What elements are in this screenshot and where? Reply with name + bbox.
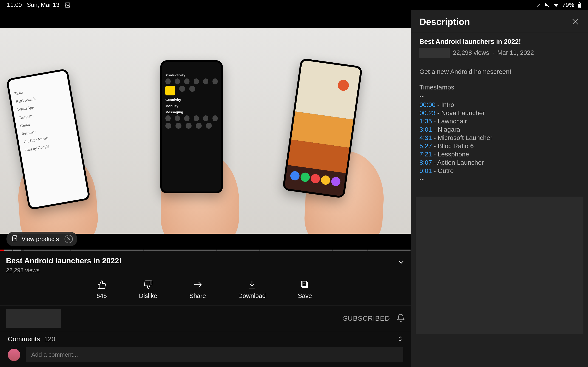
svg-rect-3 — [579, 2, 580, 3]
mute-icon — [544, 2, 550, 8]
description-tagline: Get a new Android homescreen! — [419, 68, 580, 75]
description-title: Description — [419, 17, 470, 27]
comments-header[interactable]: Comments 120 — [0, 331, 411, 345]
description-channel-redacted — [419, 48, 450, 58]
download-icon — [247, 280, 257, 289]
shopping-bag-icon — [11, 235, 18, 243]
timestamps-dashes-bottom: -- — [419, 175, 580, 183]
timestamp-row[interactable]: 3:01 - Niagara — [419, 126, 580, 133]
timestamp-row[interactable]: 7:21 - Lessphone — [419, 151, 580, 158]
dislike-label: Dislike — [139, 292, 157, 300]
timestamp-label: - Outro — [432, 167, 454, 174]
status-time: 11:00 — [7, 1, 22, 8]
timestamp-time[interactable]: 00:00 — [419, 101, 435, 108]
timestamp-time[interactable]: 9:01 — [419, 167, 432, 174]
video-player[interactable]: Tasks BBC Sounds WhatsApp Telegram Gmail… — [0, 10, 411, 251]
close-icon[interactable]: ✕ — [65, 235, 73, 243]
description-ad-placeholder — [416, 197, 583, 334]
comments-count: 120 — [44, 335, 55, 343]
share-label: Share — [190, 292, 206, 300]
timestamp-label: - Niagara — [432, 126, 460, 133]
comments-label: Comments — [8, 335, 40, 343]
channel-row[interactable]: SUBSCRIBED — [0, 306, 411, 331]
share-icon — [193, 280, 202, 289]
my-avatar — [8, 349, 20, 361]
timestamp-time[interactable]: 7:21 — [419, 151, 432, 158]
video-progress-bar[interactable] — [0, 250, 411, 251]
save-button[interactable]: Save — [298, 280, 312, 300]
pen-icon — [536, 2, 541, 8]
battery-percent: 79% — [562, 1, 574, 8]
bell-icon[interactable] — [397, 314, 405, 323]
picture-icon — [65, 2, 70, 8]
battery-icon — [578, 2, 581, 8]
wifi-icon — [553, 2, 559, 8]
dislike-button[interactable]: Dislike — [139, 280, 157, 300]
unfold-icon[interactable] — [397, 336, 403, 343]
timestamp-time[interactable]: 8:07 — [419, 159, 432, 166]
timestamp-row[interactable]: 9:01 - Outro — [419, 167, 580, 175]
like-count: 645 — [96, 292, 107, 300]
timestamp-label: - Lawnchair — [432, 118, 467, 125]
timestamp-row[interactable]: 8:07 - Action Launcher — [419, 159, 580, 166]
timestamp-time[interactable]: 00:23 — [419, 109, 435, 117]
save-label: Save — [298, 292, 312, 300]
timestamps-dashes-top: -- — [419, 92, 580, 100]
video-title: Best Android launchers in 2022! — [6, 257, 121, 265]
description-views: 22,298 views — [453, 49, 489, 56]
close-description-icon[interactable] — [571, 17, 580, 27]
timestamp-label: - Microsoft Launcher — [432, 134, 493, 141]
status-bar: 11:00 Sun, Mar 13 79% — [0, 0, 588, 10]
timestamps-heading: Timestamps — [419, 84, 580, 91]
timestamp-label: - Action Launcher — [432, 159, 484, 166]
timestamp-time[interactable]: 4:31 — [419, 134, 432, 141]
timestamp-label: - Lessphone — [432, 151, 469, 158]
timestamp-time[interactable]: 5:27 — [419, 142, 432, 150]
channel-name-redacted — [6, 309, 61, 328]
comment-input[interactable]: Add a comment... — [26, 347, 403, 362]
timestamp-label: - Nova Launcher — [435, 109, 485, 117]
timestamp-row[interactable]: 00:00 - Intro — [419, 101, 580, 108]
description-panel: Description Best Android launchers in 20… — [411, 10, 588, 367]
timestamp-time[interactable]: 1:35 — [419, 118, 432, 125]
timestamp-row[interactable]: 1:35 - Lawnchair — [419, 118, 580, 125]
thumbs-up-icon — [97, 280, 106, 289]
svg-rect-4 — [578, 4, 580, 7]
save-icon — [300, 280, 309, 289]
action-bar: 645 Dislike Share Download Save — [0, 276, 411, 306]
description-video-title: Best Android launchers in 2022! — [419, 38, 580, 45]
timestamp-label: - Intro — [435, 101, 454, 108]
timestamp-row[interactable]: 4:31 - Microsoft Launcher — [419, 134, 580, 142]
video-frame: Tasks BBC Sounds WhatsApp Telegram Gmail… — [0, 28, 411, 234]
like-button[interactable]: 645 — [96, 280, 107, 300]
share-button[interactable]: Share — [190, 280, 206, 300]
view-products-label: View products — [22, 236, 59, 243]
timestamp-label: - Blloc Ratio 6 — [432, 142, 474, 150]
download-button[interactable]: Download — [238, 280, 266, 300]
description-date: Mar 11, 2022 — [497, 49, 534, 56]
timestamp-row[interactable]: 5:27 - Blloc Ratio 6 — [419, 142, 580, 150]
view-products-chip[interactable]: View products ✕ — [6, 232, 78, 246]
timestamp-time[interactable]: 3:01 — [419, 126, 432, 133]
download-label: Download — [238, 292, 266, 300]
video-views: 22,298 views — [6, 267, 121, 274]
chevron-down-icon[interactable] — [397, 258, 405, 267]
phone-mock-center: Productivity Creativity Mobility Messagi… — [160, 60, 223, 193]
timestamp-row[interactable]: 00:23 - Nova Launcher — [419, 109, 580, 117]
status-date: Sun, Mar 13 — [27, 1, 60, 8]
thumbs-down-icon — [144, 280, 153, 289]
subscribed-label[interactable]: SUBSCRIBED — [343, 315, 390, 322]
